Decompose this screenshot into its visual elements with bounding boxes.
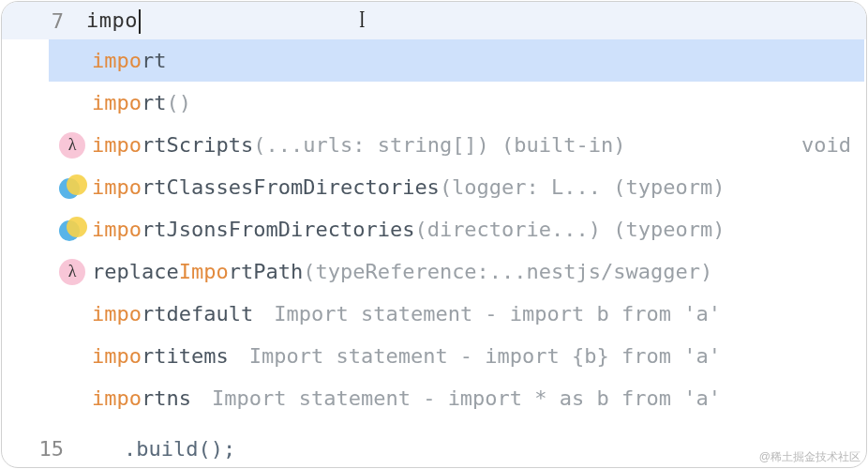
suggestion-type: void	[783, 133, 851, 157]
lambda-icon: λ	[52, 259, 92, 285]
editor-line[interactable]: 7 impo I	[2, 2, 866, 39]
suggestion-row[interactable]: importitems Import statement - import {b…	[49, 335, 864, 377]
suggestion-description: Import statement - import * as b from 'a…	[191, 386, 721, 410]
module-icon	[52, 217, 92, 243]
line-number: 7	[2, 9, 86, 33]
ibeam-cursor-icon: I	[359, 6, 365, 34]
suggestion-description: Import statement - import b from 'a'	[253, 302, 721, 325]
watermark: @稀土掘金技术社区	[759, 449, 861, 465]
suggestion-row[interactable]: importClassesFromDirectories(logger: L..…	[49, 166, 864, 208]
suggestion-row[interactable]: import()	[49, 82, 864, 124]
lambda-icon: λ	[52, 132, 92, 159]
suggestion-row[interactable]: import	[49, 39, 864, 82]
suggestion-row[interactable]: λ replaceImportPath(typeReference:...nes…	[49, 250, 864, 293]
editor-line[interactable]: 15 .build();	[2, 430, 866, 467]
autocomplete-popup[interactable]: import import() λ importScripts(...urls:…	[49, 39, 864, 419]
line-number: 15	[2, 437, 86, 461]
code-text: .build();	[86, 437, 235, 461]
suggestion-row[interactable]: importJsonsFromDirectories(directorie...…	[49, 208, 864, 250]
text-cursor	[139, 9, 141, 34]
code-editor: 7 impo I import import() λ importScripts…	[1, 1, 867, 468]
suggestion-row[interactable]: importdefault Import statement - import …	[49, 293, 864, 335]
suggestion-row[interactable]: λ importScripts(...urls: string[]) (buil…	[49, 124, 864, 166]
suggestion-row[interactable]: importns Import statement - import * as …	[49, 377, 864, 419]
suggestion-description: Import statement - import {b} from 'a'	[229, 344, 721, 368]
typed-code[interactable]: impo	[86, 8, 141, 34]
module-icon	[52, 174, 92, 201]
